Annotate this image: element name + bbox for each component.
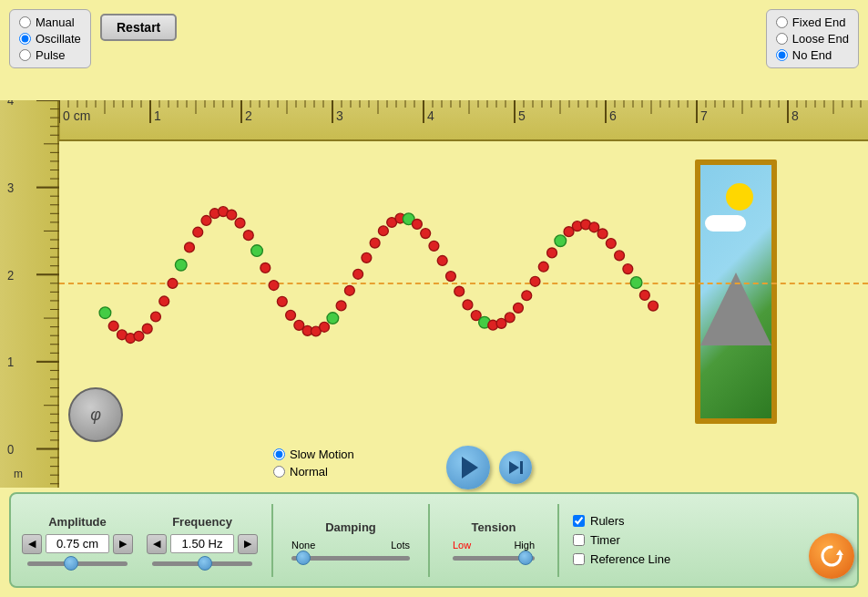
- svg-point-187: [269, 281, 279, 291]
- fixed-end-option[interactable]: Fixed End: [776, 15, 849, 29]
- reference-line-label: Reference Line: [590, 552, 670, 566]
- svg-point-182: [227, 210, 237, 220]
- pulse-label: Pulse: [36, 48, 66, 62]
- damping-group: Damping None Lots: [287, 520, 414, 561]
- svg-point-232: [648, 301, 659, 311]
- divider-1: [271, 504, 273, 577]
- reset-button[interactable]: [809, 533, 854, 579]
- oscillate-option[interactable]: Oscillate: [19, 32, 81, 46]
- svg-text:7: 7: [700, 108, 708, 123]
- svg-point-185: [251, 245, 263, 257]
- svg-text:3: 3: [7, 181, 14, 195]
- normal-label: Normal: [290, 465, 328, 479]
- play-button[interactable]: [446, 446, 490, 489]
- tension-low-label: Low: [453, 540, 471, 551]
- step-button[interactable]: [499, 451, 532, 484]
- reference-line-checkbox-item[interactable]: Reference Line: [573, 552, 682, 566]
- svg-text:4: 4: [7, 100, 15, 108]
- loose-end-option[interactable]: Loose End: [776, 32, 849, 46]
- svg-point-216: [514, 303, 524, 313]
- svg-point-209: [454, 286, 465, 296]
- svg-point-230: [630, 277, 642, 289]
- reference-line-checkbox[interactable]: [573, 553, 585, 565]
- oscillator-handle[interactable]: φ: [68, 387, 123, 442]
- damping-labels: None Lots: [291, 540, 410, 551]
- svg-point-207: [437, 256, 447, 266]
- bottom-panel: Amplitude ◀ 0.75 cm ▶ Frequency ◀ 1.50 H…: [9, 492, 859, 588]
- frequency-slider-thumb[interactable]: [198, 556, 212, 571]
- svg-rect-234: [520, 461, 523, 474]
- checkbox-group: Rulers Timer Reference Line: [573, 514, 682, 566]
- rulers-checkbox-item[interactable]: Rulers: [573, 514, 682, 528]
- normal-speed-option[interactable]: Normal: [273, 465, 354, 479]
- frequency-group: Frequency ◀ 1.50 Hz ▶: [147, 515, 258, 566]
- amplitude-value-row: ◀ 0.75 cm ▶: [22, 534, 133, 554]
- svg-point-197: [353, 269, 363, 279]
- svg-point-176: [175, 259, 187, 271]
- svg-text:m: m: [14, 468, 23, 480]
- svg-point-215: [505, 313, 515, 323]
- svg-point-168: [108, 321, 118, 331]
- svg-text:1: 1: [154, 108, 161, 123]
- svg-point-195: [336, 301, 346, 311]
- svg-point-208: [446, 272, 456, 282]
- svg-text:0 cm: 0 cm: [63, 108, 90, 123]
- svg-point-193: [320, 322, 330, 332]
- svg-text:0: 0: [7, 442, 14, 456]
- vertical-ruler: 43210m: [0, 100, 59, 488]
- svg-point-229: [623, 264, 633, 274]
- svg-text:2: 2: [245, 108, 252, 123]
- svg-point-188: [277, 296, 287, 306]
- damping-slider-thumb[interactable]: [296, 551, 311, 565]
- svg-point-167: [99, 307, 111, 319]
- no-end-label: No End: [792, 48, 832, 62]
- tension-slider-thumb[interactable]: [518, 551, 533, 565]
- slow-motion-option[interactable]: Slow Motion: [273, 448, 354, 461]
- loose-end-label: Loose End: [792, 32, 849, 46]
- amplitude-value: 0.75 cm: [46, 534, 109, 553]
- manual-option[interactable]: Manual: [19, 15, 81, 29]
- amplitude-decrease-button[interactable]: ◀: [22, 534, 42, 554]
- svg-point-174: [159, 296, 169, 306]
- svg-point-171: [134, 331, 144, 341]
- fixed-end-label: Fixed End: [792, 15, 846, 29]
- svg-point-183: [235, 218, 245, 228]
- tension-label: Tension: [472, 520, 516, 534]
- rulers-checkbox[interactable]: [573, 515, 585, 527]
- damping-slider-track: [291, 556, 410, 561]
- amplitude-slider-thumb[interactable]: [64, 556, 78, 571]
- play-icon: [462, 457, 478, 479]
- end-type-panel: Fixed End Loose End No End: [766, 9, 859, 68]
- svg-point-175: [168, 279, 178, 289]
- timer-checkbox[interactable]: [573, 534, 585, 546]
- svg-point-220: [547, 248, 557, 258]
- svg-text:3: 3: [336, 108, 343, 123]
- svg-point-199: [370, 238, 380, 248]
- tension-high-label: High: [514, 540, 535, 551]
- svg-point-200: [378, 226, 388, 236]
- svg-point-225: [589, 222, 599, 232]
- playback-controls: [446, 446, 532, 489]
- amplitude-increase-button[interactable]: ▶: [113, 534, 133, 554]
- svg-text:6: 6: [609, 108, 617, 123]
- frequency-decrease-button[interactable]: ◀: [147, 534, 167, 554]
- svg-point-172: [142, 324, 152, 334]
- horizontal-ruler: 0 cm123456789: [59, 100, 868, 141]
- pulse-option[interactable]: Pulse: [19, 48, 81, 62]
- divider-2: [428, 504, 430, 577]
- timer-checkbox-item[interactable]: Timer: [573, 533, 682, 547]
- damping-lots-label: Lots: [391, 540, 410, 551]
- svg-point-219: [538, 262, 548, 272]
- svg-point-227: [606, 239, 616, 249]
- restart-button[interactable]: Restart: [100, 14, 177, 41]
- simulation-area: 0 cm123456789 43210m φ: [0, 100, 868, 488]
- tension-slider-track: [453, 556, 535, 561]
- svg-point-210: [463, 300, 473, 310]
- oscillate-label: Oscillate: [36, 32, 81, 46]
- frequency-label: Frequency: [172, 515, 232, 529]
- frequency-increase-button[interactable]: ▶: [238, 534, 258, 554]
- no-end-option[interactable]: No End: [776, 48, 849, 62]
- vertical-ruler-svg: 43210m: [0, 100, 59, 488]
- svg-marker-235: [836, 550, 843, 555]
- wave-svg: [59, 141, 868, 488]
